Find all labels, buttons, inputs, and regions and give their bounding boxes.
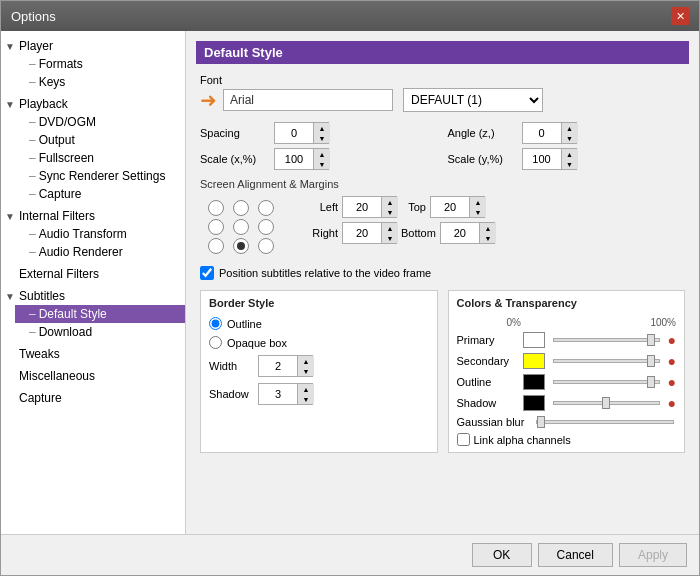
outline-slider-end-icon: ● [668, 374, 676, 390]
left-up-btn[interactable]: ▲ [382, 197, 398, 207]
position-checkbox[interactable] [200, 266, 214, 280]
sidebar-item-tweaks[interactable]: Tweaks [1, 345, 185, 363]
tree-item-capture: Capture [1, 387, 185, 409]
sidebar-item-audio-transform[interactable]: – Audio Transform [15, 225, 185, 243]
opaque-radio-row: Opaque box [209, 336, 429, 349]
sidebar-item-external-filters[interactable]: External Filters [1, 265, 185, 283]
sidebar-item-sync-renderer[interactable]: – Sync Renderer Settings [15, 167, 185, 185]
secondary-slider-thumb[interactable] [647, 355, 655, 367]
angle-up-btn[interactable]: ▲ [562, 123, 578, 133]
align-tc[interactable] [233, 200, 249, 216]
close-button[interactable]: ✕ [671, 7, 689, 25]
sidebar-item-subtitles[interactable]: ▼ Subtitles [1, 287, 185, 305]
angle-input[interactable] [523, 123, 561, 143]
scale-x-down-btn[interactable]: ▼ [314, 159, 330, 169]
spacing-down-btn[interactable]: ▼ [314, 133, 330, 143]
spacing-up-btn[interactable]: ▲ [314, 123, 330, 133]
scale-y-input[interactable] [523, 149, 561, 169]
angle-down-btn[interactable]: ▼ [562, 133, 578, 143]
sidebar-item-player[interactable]: ▼ Player [1, 37, 185, 55]
sidebar-item-dvd-ogm[interactable]: – DVD/OGM [15, 113, 185, 131]
shadow-up-btn[interactable]: ▲ [298, 384, 314, 394]
sidebar-item-default-style[interactable]: – Default Style [15, 305, 185, 323]
alignment-grid [208, 200, 280, 254]
align-mr[interactable] [258, 219, 274, 235]
shadow-input[interactable] [259, 384, 297, 404]
spacing-input[interactable] [275, 123, 313, 143]
align-br[interactable] [258, 238, 274, 254]
top-down-btn[interactable]: ▼ [470, 207, 486, 217]
gaussian-slider-thumb[interactable] [537, 416, 545, 428]
sidebar-item-capture-pb[interactable]: – Capture [15, 185, 185, 203]
bottom-spin: ▲ ▼ [440, 222, 495, 244]
dialog-title: Options [11, 9, 56, 24]
shadow-color-swatch[interactable] [523, 395, 545, 411]
top-input[interactable] [431, 197, 469, 217]
cancel-button[interactable]: Cancel [538, 543, 613, 567]
sidebar-item-label: Audio Renderer [39, 245, 123, 259]
sidebar-item-output[interactable]: – Output [15, 131, 185, 149]
sidebar-item-capture[interactable]: Capture [1, 389, 185, 407]
outline-color-row: Outline ● [457, 374, 677, 390]
align-ml[interactable] [208, 219, 224, 235]
left-down-btn[interactable]: ▼ [382, 207, 398, 217]
right-down-btn[interactable]: ▼ [382, 233, 398, 243]
scale-x-up-btn[interactable]: ▲ [314, 149, 330, 159]
sidebar-item-label: Capture [19, 391, 62, 405]
align-tl[interactable] [208, 200, 224, 216]
opaque-box-radio[interactable] [209, 336, 222, 349]
spacing-row: Spacing ▲ ▼ [200, 122, 438, 144]
secondary-swatch[interactable] [523, 353, 545, 369]
shadow-label: Shadow [209, 388, 254, 400]
expander-internal-filters: ▼ [5, 211, 19, 222]
font-name-input[interactable] [223, 89, 393, 111]
sidebar-item-label: Audio Transform [39, 227, 127, 241]
bottom-down-btn[interactable]: ▼ [480, 233, 496, 243]
right-up-btn[interactable]: ▲ [382, 223, 398, 233]
width-up-btn[interactable]: ▲ [298, 356, 314, 366]
left-input[interactable] [343, 197, 381, 217]
expander-player: ▼ [5, 41, 19, 52]
link-alpha-checkbox[interactable] [457, 433, 470, 446]
bottom-up-btn[interactable]: ▲ [480, 223, 496, 233]
primary-slider-thumb[interactable] [647, 334, 655, 346]
outline-color-swatch[interactable] [523, 374, 545, 390]
sidebar-item-miscellaneous[interactable]: Miscellaneous [1, 367, 185, 385]
bottom-input[interactable] [441, 223, 479, 243]
ok-button[interactable]: OK [472, 543, 532, 567]
shadow-slider-thumb[interactable] [602, 397, 610, 409]
sidebar-item-playback[interactable]: ▼ Playback [1, 95, 185, 113]
sidebar-item-label: DVD/OGM [39, 115, 96, 129]
bottom-label: Bottom [401, 227, 436, 239]
align-bc[interactable] [233, 238, 249, 254]
sidebar-item-internal-filters[interactable]: ▼ Internal Filters [1, 207, 185, 225]
top-spin-buttons: ▲ ▼ [469, 197, 486, 217]
outline-slider-thumb[interactable] [647, 376, 655, 388]
spacing-spin: ▲ ▼ [274, 122, 329, 144]
scale-labels: 0% 100% [457, 317, 677, 332]
sidebar-item-audio-renderer[interactable]: – Audio Renderer [15, 243, 185, 261]
sidebar-item-formats[interactable]: – Formats [15, 55, 185, 73]
font-style-select[interactable]: DEFAULT (1) [403, 88, 543, 112]
player-children: – Formats – Keys [15, 55, 185, 91]
align-mc[interactable] [233, 219, 249, 235]
scale-x-input[interactable] [275, 149, 313, 169]
apply-button[interactable]: Apply [619, 543, 687, 567]
sidebar-item-fullscreen[interactable]: – Fullscreen [15, 149, 185, 167]
outline-radio[interactable] [209, 317, 222, 330]
primary-swatch[interactable] [523, 332, 545, 348]
sidebar-item-keys[interactable]: – Keys [15, 73, 185, 91]
scale-x-spin: ▲ ▼ [274, 148, 329, 170]
shadow-down-btn[interactable]: ▼ [298, 394, 314, 404]
right-input[interactable] [343, 223, 381, 243]
scale-y-up-btn[interactable]: ▲ [562, 149, 578, 159]
align-tr[interactable] [258, 200, 274, 216]
opaque-box-label: Opaque box [227, 337, 287, 349]
width-down-btn[interactable]: ▼ [298, 366, 314, 376]
width-input[interactable] [259, 356, 297, 376]
bottom-spin-buttons: ▲ ▼ [479, 223, 496, 243]
align-bl[interactable] [208, 238, 224, 254]
top-up-btn[interactable]: ▲ [470, 197, 486, 207]
scale-y-down-btn[interactable]: ▼ [562, 159, 578, 169]
sidebar-item-download[interactable]: – Download [15, 323, 185, 341]
